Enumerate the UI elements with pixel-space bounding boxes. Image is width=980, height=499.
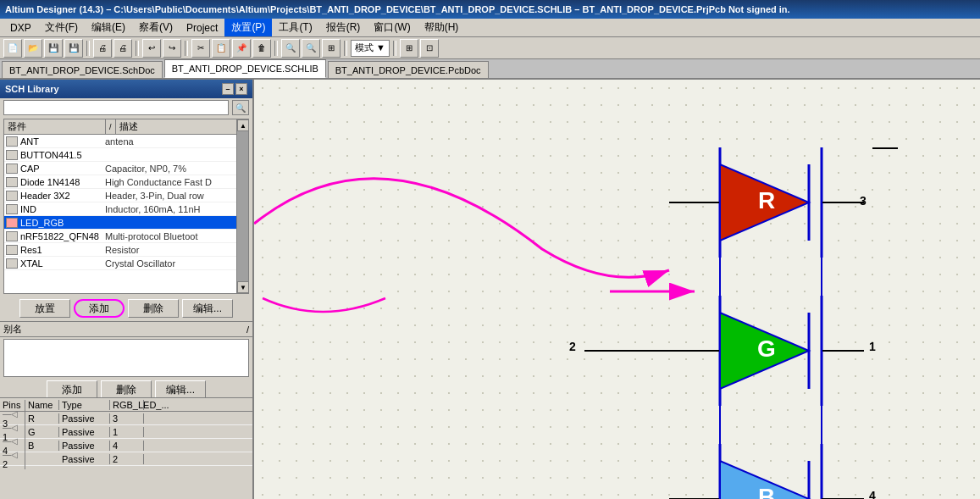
- toolbar-print[interactable]: 🖨: [93, 39, 112, 58]
- pin-cell-type: Passive: [59, 454, 110, 464]
- tab-pcbdoc[interactable]: BT_ANTI_DROP_DEVICE.PcbDoc: [328, 61, 489, 78]
- sep2: [136, 41, 139, 56]
- pin-row[interactable]: —◁ 4BPassive4: [0, 439, 252, 452]
- alias-delete-btn[interactable]: 删除: [101, 380, 152, 399]
- component-name: Res1: [20, 245, 105, 255]
- toolbar-snap[interactable]: ⊡: [420, 39, 439, 58]
- tab-bar: BT_ANTI_DROP_DEVICE.SchDoc BT_ANTI_DROP_…: [0, 59, 980, 80]
- delete-button[interactable]: 删除: [128, 299, 179, 318]
- toolbar-zoom-in[interactable]: 🔍: [281, 39, 300, 58]
- pin-row[interactable]: —◁ 1GPassive1: [0, 425, 252, 439]
- schematic-canvas[interactable]: R 3 G 2 1 B 4: [254, 80, 980, 499]
- panel-title: SCH Library: [5, 84, 59, 94]
- menu-edit[interactable]: 编辑(E): [85, 19, 132, 36]
- menu-view[interactable]: 察看(V): [132, 19, 180, 36]
- toolbar-save-all[interactable]: 💾: [64, 39, 83, 58]
- alias-edit-btn[interactable]: 编辑...: [155, 380, 206, 399]
- toolbar-paste[interactable]: 📌: [232, 39, 251, 58]
- sep3: [185, 41, 188, 56]
- svg-text:B: B: [758, 484, 775, 499]
- scroll-thumb[interactable]: [237, 131, 248, 281]
- tab-schlib[interactable]: BT_ANTI_DROP_DEVICE.SCHLIB: [164, 59, 326, 78]
- toolbar-zoom-fit[interactable]: ⊞: [322, 39, 341, 58]
- tab-schdoc[interactable]: BT_ANTI_DROP_DEVICE.SchDoc: [2, 61, 163, 78]
- component-row[interactable]: LED_RGB: [4, 216, 248, 230]
- toolbar-new[interactable]: 📄: [3, 39, 22, 58]
- pin-cell-pins: —◁ 2: [0, 449, 25, 469]
- component-row[interactable]: XTALCrystal Oscillator: [4, 257, 248, 270]
- component-row[interactable]: Res1Resistor: [4, 243, 248, 257]
- led-blue-symbol: B: [669, 444, 872, 499]
- menu-place[interactable]: 放置(P): [224, 19, 272, 36]
- menu-dxp[interactable]: DXP: [3, 20, 38, 36]
- pin-cell-name: R: [25, 413, 59, 424]
- component-row[interactable]: INDInductor, 160mA, 11nH: [4, 202, 248, 216]
- component-icon: [6, 231, 18, 241]
- menu-help[interactable]: 帮助(H): [418, 19, 466, 36]
- menu-project[interactable]: Project: [180, 20, 224, 36]
- col-header-component: 器件: [4, 119, 106, 134]
- component-icon: [6, 150, 18, 160]
- alias-add-btn[interactable]: 添加: [47, 380, 97, 399]
- pin-cell-rgb: 3: [110, 413, 144, 424]
- menu-window[interactable]: 窗口(W): [367, 19, 417, 36]
- component-row[interactable]: nRF51822_QFN48Multi-protocol Bluetoot: [4, 230, 248, 243]
- toolbar-redo[interactable]: ↪: [163, 39, 181, 58]
- panel-pin-btn[interactable]: –: [222, 83, 234, 95]
- toolbar-print2[interactable]: 🖨: [114, 39, 132, 58]
- filter-search-btn[interactable]: 🔍: [232, 100, 249, 115]
- pin-rows: —◁ 3RPassive3—◁ 1GPassive1—◁ 4BPassive4—…: [0, 412, 252, 466]
- component-row[interactable]: Header 3X2Header, 3-Pin, Dual row: [4, 189, 248, 202]
- menu-reports[interactable]: 报告(R): [319, 19, 368, 36]
- toolbar-delete[interactable]: 🗑: [252, 39, 271, 58]
- panel-header: SCH Library – ×: [0, 80, 252, 98]
- component-name: CAP: [20, 164, 105, 174]
- green-pin2-label: 2: [569, 340, 576, 353]
- toolbar-zoom-out[interactable]: 🔍: [302, 39, 320, 58]
- vert-line-right-bot: [821, 296, 822, 444]
- pin-col-header-name: Name: [25, 400, 59, 410]
- pin-row[interactable]: —◁ 3RPassive3: [0, 412, 252, 425]
- col-header-desc: 描述: [116, 119, 248, 134]
- component-desc: Crystal Oscillator: [105, 258, 246, 269]
- toolbar-save[interactable]: 💾: [44, 39, 63, 58]
- pin-row[interactable]: —◁ 2Passive2: [0, 452, 252, 466]
- mode-dropdown[interactable]: 模式 ▼: [351, 40, 390, 57]
- toolbar-undo[interactable]: ↩: [142, 39, 161, 58]
- scroll-down-btn[interactable]: ▼: [237, 281, 249, 293]
- panel-close-btn[interactable]: ×: [235, 83, 247, 95]
- pins-header: Pins Name Type RGB_LED_...: [0, 398, 252, 412]
- component-row[interactable]: BUTTON441.5: [4, 148, 248, 162]
- component-row[interactable]: Diode 1N4148High Conductance Fast D: [4, 175, 248, 189]
- pin-col-header-rgb: RGB_LED_...: [110, 400, 144, 410]
- filter-input[interactable]: [3, 100, 229, 115]
- scroll-up-btn[interactable]: ▲: [237, 119, 249, 131]
- toolbar-open[interactable]: 📂: [24, 39, 42, 58]
- svg-text:G: G: [757, 335, 776, 362]
- toolbar-copy[interactable]: 📋: [212, 39, 230, 58]
- list-scrollbar[interactable]: ▲ ▼: [236, 119, 248, 293]
- col-header-sort[interactable]: /: [106, 119, 116, 134]
- add-button[interactable]: 添加: [74, 299, 125, 318]
- component-row[interactable]: CAPCapacitor, NP0, 7%: [4, 162, 248, 175]
- component-icon: [6, 177, 18, 187]
- title-text: Altium Designer (14.3) – C:\Users\Public…: [5, 4, 790, 14]
- toolbar-cut[interactable]: ✂: [191, 39, 210, 58]
- component-row[interactable]: ANTantena: [4, 135, 248, 148]
- place-button[interactable]: 放置: [19, 299, 70, 318]
- pin-cell-name: G: [25, 427, 59, 437]
- vert-line-right-top: [821, 147, 822, 296]
- toolbar-grid[interactable]: ⊞: [400, 39, 418, 58]
- tab-schdoc-label: BT_ANTI_DROP_DEVICE.SchDoc: [9, 65, 155, 75]
- svg-text:R: R: [758, 187, 775, 213]
- menu-tools[interactable]: 工具(T): [272, 19, 318, 36]
- menu-file[interactable]: 文件(F): [38, 19, 85, 36]
- component-icon: [6, 258, 18, 269]
- vert-line-left-bot: [719, 296, 721, 444]
- component-name: Diode 1N4148: [20, 177, 105, 187]
- alias-header: 别名 /: [0, 322, 252, 337]
- edit-button[interactable]: 编辑...: [182, 299, 233, 318]
- pin-cell-type: Passive: [59, 427, 110, 437]
- component-name: BUTTON441.5: [20, 150, 105, 160]
- component-desc: Resistor: [105, 245, 246, 255]
